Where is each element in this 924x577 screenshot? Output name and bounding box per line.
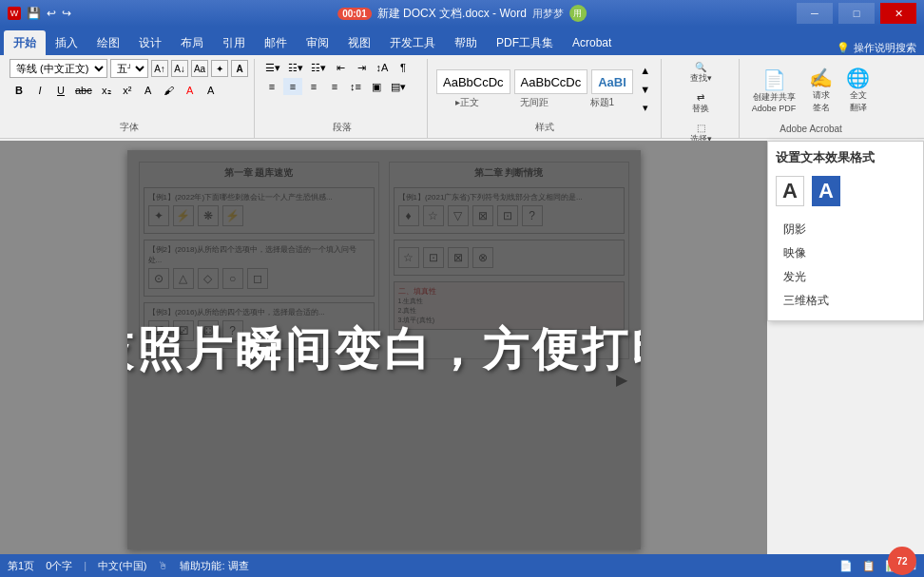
font-case-button[interactable]: Aa bbox=[191, 60, 208, 77]
highlight-button[interactable]: 🖌 bbox=[160, 82, 179, 99]
minimize-button[interactable]: ─ bbox=[797, 3, 833, 24]
tab-view[interactable]: 视图 bbox=[338, 30, 380, 55]
tab-reference[interactable]: 引用 bbox=[213, 30, 255, 55]
align-left-button[interactable]: ≡ bbox=[262, 78, 281, 95]
text-effect-panel: 设置文本效果格式 A A 阴影 映像 发光 三维格式 bbox=[767, 141, 924, 321]
doc-page: 第一章 题库速览 【例1】(2022年)下面哪些刺激会让一个人产生恐惧感... … bbox=[127, 150, 641, 549]
style-no-space[interactable]: AaBbCcDc bbox=[514, 69, 588, 94]
tab-mail[interactable]: 邮件 bbox=[255, 30, 297, 55]
user-avatar: 用 bbox=[569, 5, 587, 22]
acrobat-group: 📄 创建并共享 Adobe PDF ✍ 请求 签名 🌐 全文 翻译 Adobe … bbox=[741, 59, 881, 138]
help-search[interactable]: 💡 操作说明搜索 bbox=[829, 41, 924, 55]
font-size-select[interactable]: 五号 小四 四号 bbox=[110, 59, 148, 78]
align-center-button[interactable]: ≡ bbox=[283, 78, 302, 95]
para-shading-button[interactable]: ▣ bbox=[367, 78, 386, 95]
show-marks-button[interactable]: ¶ bbox=[394, 59, 413, 76]
status-divider: | bbox=[84, 560, 87, 571]
para-group: ☰▾ ☷▾ ☷▾ ⇤ ⇥ ↕A ¶ ≡ ≡ ≡ ≡ ↕≡ ▣ ▤▾ 段落 bbox=[257, 59, 428, 138]
align-right-button[interactable]: ≡ bbox=[304, 78, 323, 95]
increase-font-button[interactable]: A↑ bbox=[151, 60, 168, 77]
text-effect-button[interactable]: A bbox=[139, 82, 158, 99]
title-bar-right: ─ □ ✕ bbox=[797, 3, 916, 24]
panel-item-reflection[interactable]: 映像 bbox=[776, 241, 915, 265]
font-group: 等线 (中文正文) 五号 小四 四号 A↑ A↓ Aa ✦ A B I U ab… bbox=[4, 59, 255, 138]
style-more-button[interactable]: ▾ bbox=[636, 100, 655, 117]
text-effect-a-blue[interactable]: A bbox=[812, 176, 840, 206]
superscript-button[interactable]: x² bbox=[118, 82, 137, 99]
multilevel-list-button[interactable]: ☷▾ bbox=[308, 59, 329, 76]
doc-area: 第一章 题库速览 【例1】(2022年)下面哪些刺激会让一个人产生恐惧感... … bbox=[0, 141, 767, 554]
page-indicator: 第1页 bbox=[8, 559, 34, 573]
translate-button[interactable]: 🌐 全文 翻译 bbox=[841, 64, 875, 117]
tab-help[interactable]: 帮助 bbox=[445, 30, 487, 55]
font-name-select[interactable]: 等线 (中文正文) bbox=[10, 59, 107, 78]
pdf-create-icon: 📄 bbox=[762, 68, 786, 91]
sort-button[interactable]: ↕A bbox=[373, 59, 392, 76]
tab-review[interactable]: 审阅 bbox=[297, 30, 338, 55]
tab-start[interactable]: 开始 bbox=[4, 30, 46, 55]
line-spacing-button[interactable]: ↕≡ bbox=[346, 78, 365, 95]
search-icon: 🔍 bbox=[695, 62, 706, 72]
subscript-button[interactable]: x₂ bbox=[97, 82, 116, 99]
maximize-button[interactable]: □ bbox=[838, 3, 875, 24]
view-mode-1[interactable]: 📄 bbox=[839, 560, 853, 572]
style-label-normal: ▸正文 bbox=[455, 96, 479, 109]
close-button[interactable]: ✕ bbox=[880, 3, 916, 24]
tab-pdf[interactable]: PDF工具集 bbox=[487, 30, 563, 55]
underline-button[interactable]: U bbox=[51, 82, 70, 99]
status-bar: 第1页 0个字 | 中文(中国) 🖱 辅助功能: 调查 📄 📋 📊 ⊟ 72 bbox=[0, 554, 924, 577]
request-sign-button[interactable]: ✍ 请求 签名 bbox=[804, 64, 837, 117]
styles-group-label: 样式 bbox=[435, 121, 655, 134]
create-pdf-button[interactable]: 📄 创建并共享 Adobe PDF bbox=[747, 66, 801, 116]
numbered-list-button[interactable]: ☷▾ bbox=[285, 59, 306, 76]
style-down-button[interactable]: ▼ bbox=[636, 81, 655, 98]
tab-insert[interactable]: 插入 bbox=[46, 30, 87, 55]
tab-design[interactable]: 设计 bbox=[129, 30, 171, 55]
view-mode-2[interactable]: 📋 bbox=[862, 560, 876, 572]
replace-button[interactable]: ⇄ 替换 bbox=[685, 89, 717, 118]
strikethrough-button[interactable]: abc bbox=[72, 82, 95, 99]
justify-button[interactable]: ≡ bbox=[325, 78, 344, 95]
clear-format-button[interactable]: ✦ bbox=[211, 60, 228, 77]
ribbon-toolbar: 等线 (中文正文) 五号 小四 四号 A↑ A↓ Aa ✦ A B I U ab… bbox=[0, 55, 924, 139]
tab-layout[interactable]: 布局 bbox=[171, 30, 213, 55]
tab-draw[interactable]: 绘图 bbox=[87, 30, 129, 55]
zoom-indicator[interactable]: 72 bbox=[888, 547, 916, 575]
bold-button[interactable]: B bbox=[10, 82, 29, 99]
lightbulb-icon: 💡 bbox=[837, 42, 850, 54]
bullet-list-button[interactable]: ☰▾ bbox=[262, 59, 283, 76]
quick-access-undo[interactable]: ↩ bbox=[47, 7, 56, 20]
user-label: 用梦梦 bbox=[532, 7, 564, 21]
format-row: B I U abc x₂ x² A 🖌 A A bbox=[10, 82, 221, 99]
tab-developer[interactable]: 开发工具 bbox=[380, 30, 445, 55]
para-group-label: 段落 bbox=[262, 121, 421, 134]
list-row: ☰▾ ☷▾ ☷▾ ⇤ ⇥ ↕A ¶ bbox=[262, 59, 413, 76]
char-shading-button[interactable]: A bbox=[202, 82, 221, 99]
quick-access-save[interactable]: 💾 bbox=[27, 7, 41, 20]
title-bar-center: 00:01 新建 DOCX 文档.docx - Word 用梦梦 用 bbox=[337, 5, 587, 22]
tab-acrobat[interactable]: Acrobat bbox=[563, 30, 621, 55]
panel-item-shadow[interactable]: 阴影 bbox=[776, 218, 915, 241]
decrease-font-button[interactable]: A↓ bbox=[171, 60, 188, 77]
decrease-indent-button[interactable]: ⇤ bbox=[331, 59, 350, 76]
style-up-button[interactable]: ▲ bbox=[636, 62, 655, 79]
select-icon: ⬚ bbox=[697, 123, 705, 133]
text-effect-a-normal[interactable]: A bbox=[776, 176, 804, 206]
quick-access-redo[interactable]: ↪ bbox=[62, 7, 71, 20]
char-count: 0个字 bbox=[46, 559, 72, 573]
translate-icon: 🌐 bbox=[846, 67, 870, 89]
font-A-button[interactable]: A bbox=[231, 60, 248, 77]
status-divider2: 🖱 bbox=[158, 560, 168, 571]
panel-item-glow[interactable]: 发光 bbox=[776, 265, 915, 289]
panel-item-3d[interactable]: 三维格式 bbox=[776, 289, 915, 313]
style-heading1[interactable]: AaBl bbox=[591, 69, 633, 94]
find-button[interactable]: 🔍 查找▾ bbox=[685, 59, 717, 87]
style-normal[interactable]: AaBbCcDc bbox=[436, 69, 510, 94]
increase-indent-button[interactable]: ⇥ bbox=[352, 59, 371, 76]
italic-button[interactable]: I bbox=[30, 82, 49, 99]
font-name-row: 等线 (中文正文) 五号 小四 四号 A↑ A↓ Aa ✦ A bbox=[10, 59, 248, 78]
text-effect-row: A A bbox=[776, 176, 915, 206]
font-color-button[interactable]: A bbox=[181, 82, 200, 99]
ribbon-tabs: 开始 插入 绘图 设计 布局 引用 邮件 审阅 视图 开发工具 帮助 PDF工具… bbox=[0, 27, 924, 55]
para-border-button[interactable]: ▤▾ bbox=[388, 78, 409, 95]
